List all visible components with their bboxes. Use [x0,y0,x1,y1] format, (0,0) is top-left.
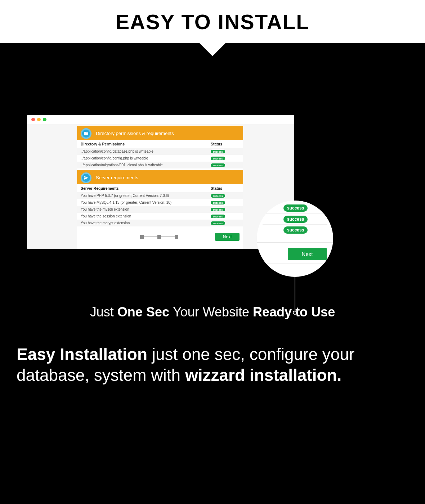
list-item: success [263,224,327,235]
paper-plane-icon [81,172,91,183]
status-badge: success [211,150,225,153]
step-icon [175,235,178,239]
step-connector-icon [144,237,157,237]
tagline-part: One Sec [117,305,173,319]
status-badge: success [211,201,225,204]
status-badge: success [283,216,308,223]
wizard-stepper [140,235,178,239]
col-status: Status [211,186,240,190]
tagline-part: Ready to Use [253,305,335,319]
table-head: Server Requirements Status [77,184,243,192]
table-row: You have the mysqli extension success [77,206,243,213]
status-badge: success [283,204,308,212]
para-part: wizzard instal­lation. [185,366,342,384]
banner-pointer-icon [200,43,225,56]
table-row: ../application/migrations/001_cicool.php… [77,162,243,168]
status-badge: success [211,157,225,160]
section-server-header: Server requirements [77,170,243,184]
row-text: You have the session extension [81,214,211,218]
table-row: You have PHP 5.3.7 (or greater; Current … [77,192,243,199]
step-icon [157,235,161,239]
tagline-part: Just [90,305,117,319]
table-row: You have MySQL 4.1.13 (or greater; Curre… [77,199,243,206]
minimize-icon[interactable] [37,118,41,121]
row-text: You have the mcrypt extension [81,221,211,225]
section-directory-title: Directory permissions & requirements [96,131,174,136]
status-badge: success [211,194,225,198]
top-banner: EASY TO INSTALL [0,0,425,43]
description-paragraph: Easy Installation just one sec, configur… [17,344,408,386]
next-button[interactable]: Next [288,248,327,260]
close-icon[interactable] [31,118,35,121]
row-text: ../application/migrations/001_cicool.php… [81,163,211,167]
status-badge: success [211,215,225,218]
col-directory: Directory & Permissions [81,142,211,146]
step-icon [140,235,144,239]
magnifier-footer: Next [257,242,333,260]
divider [257,264,333,264]
maximize-icon[interactable] [43,118,46,121]
table-row: You have the session extension success [77,213,243,220]
table-row: ../application/config/database.php is wr… [77,148,243,155]
browser-window: Directory permissions & requirements Dir… [27,115,294,249]
server-rows: You have PHP 5.3.7 (or greater; Current … [77,192,243,226]
section-server-title: Server requirements [96,175,138,180]
status-badge: success [211,221,225,225]
directory-rows: ../application/config/database.php is wr… [77,148,243,168]
section-directory-header: Directory permissions & requirements [77,126,243,140]
magnifier-callout: success success success Next [257,201,333,277]
installer-footer: Next [77,226,243,241]
table-row: ../application/config/config.php is writ… [77,155,243,162]
folder-icon [81,128,91,139]
status-badge: success [211,163,225,167]
row-text: ../application/config/database.php is wr… [81,149,211,153]
window-titlebar [27,115,294,124]
next-button[interactable]: Next [215,233,240,241]
col-requirement: Server Requirements [81,186,211,190]
table-head: Directory & Permissions Status [77,140,243,148]
tagline: Just One Sec Your Website Ready to Use [0,305,425,320]
table-row: You have the mcrypt extension success [77,220,243,226]
installer-panel: Directory permissions & requirements Dir… [77,125,243,249]
row-text: You have MySQL 4.1.13 (or greater; Curre… [81,201,211,204]
col-status: Status [211,142,240,146]
status-badge: success [211,208,225,211]
row-text: ../application/config/config.php is writ… [81,156,211,160]
list-item: success [263,213,327,224]
banner-title: EASY TO INSTALL [115,10,309,34]
tagline-part: Your Website [173,305,253,319]
step-connector-icon [161,237,175,237]
row-text: You have PHP 5.3.7 (or greater; Current … [81,194,211,198]
row-text: You have the mysqli extension [81,207,211,211]
status-badge: success [283,226,308,234]
para-part: Easy Installation [17,345,152,364]
